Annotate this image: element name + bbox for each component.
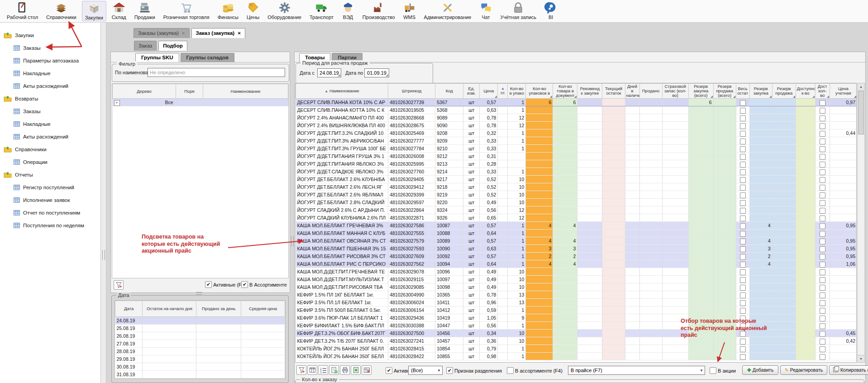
date-to-input[interactable]: 01.09.19 xyxy=(364,68,389,77)
row-checkbox[interactable] xyxy=(820,277,825,283)
toolbar-item[interactable]: BI xyxy=(544,1,557,20)
column-header[interactable]: Поря xyxy=(176,84,203,99)
panel-splitter-grip[interactable] xyxy=(291,236,294,246)
toolbar-item[interactable]: Закупки xyxy=(82,1,106,21)
expand-icon[interactable]: + xyxy=(114,100,120,106)
product-row[interactable]: ЙОГУРТ Д/ДЕТ.ПИТАНИЯ ЯБЛОКО 3%4810263025… xyxy=(296,160,857,168)
excel-icon[interactable] xyxy=(351,365,361,375)
row-checkbox[interactable] xyxy=(820,169,825,175)
product-row[interactable]: ЙОГУРТ ДЕТ.БЕЛЛАКТ 2.6% ЯБЛ/МАЛ481026302… xyxy=(296,191,857,199)
row-checkbox[interactable] xyxy=(820,331,825,337)
product-row[interactable]: ДЕСЕРТ СЛИВ.ПАННА КОТА 10% С АР481026302… xyxy=(296,99,857,106)
date-row[interactable]: 29.08.19 xyxy=(115,355,285,363)
row-checkbox[interactable] xyxy=(820,308,825,314)
row-checkbox[interactable] xyxy=(820,346,825,352)
in-assortment-checkbox[interactable] xyxy=(241,281,248,288)
row-checkbox[interactable] xyxy=(740,146,746,152)
date-row[interactable]: 26.08.19 xyxy=(115,332,285,340)
sidebar-item[interactable]: Акты расхождений xyxy=(0,130,100,143)
product-row[interactable]: КАША МОЛ.Д/ДЕТ.ПИТ.МУЛЬТИЗЛАК.Т481026302… xyxy=(296,276,857,283)
row-checkbox[interactable] xyxy=(740,100,746,106)
row-checkbox[interactable] xyxy=(740,354,746,360)
column-header[interactable]: Резерв закупка (всего) xyxy=(688,84,713,99)
row-checkbox[interactable] xyxy=(740,254,746,260)
column-header[interactable]: Весь остат xyxy=(736,84,749,99)
row-checkbox[interactable] xyxy=(820,139,825,144)
row-checkbox[interactable] xyxy=(820,246,825,252)
row-checkbox[interactable] xyxy=(740,185,746,191)
row-checkbox[interactable] xyxy=(740,162,746,168)
active-f5-checkbox[interactable] xyxy=(205,281,212,288)
sidebar-item[interactable]: Справочники xyxy=(0,143,100,156)
column-header[interactable]: Текущий остаток xyxy=(602,84,625,99)
sidebar-item[interactable]: Накладные xyxy=(0,67,100,80)
product-row[interactable]: ЙОГУРТ 2.4% АНАНАС/МАНГО ПЛ 400481026302… xyxy=(296,114,857,122)
column-header[interactable]: Страховой запас (кол-во) xyxy=(662,84,688,99)
split-flag-checkbox[interactable] xyxy=(446,367,453,374)
columns-icon[interactable] xyxy=(307,365,317,375)
sidebar-item[interactable]: Поступления по неделям xyxy=(0,219,100,232)
product-row[interactable]: ЙОГУРТ Д/ДЕТ.ПИТ.3% ГРУША 100Г БЕ4810263… xyxy=(296,145,857,153)
toolbar-item[interactable]: Учётная запись xyxy=(501,1,537,20)
column-header[interactable]: Дней в наличи xyxy=(625,84,639,99)
row-checkbox[interactable] xyxy=(740,192,746,198)
row-checkbox[interactable] xyxy=(740,277,746,283)
sidebar-item[interactable]: Заказы xyxy=(0,42,100,54)
product-row[interactable]: КАША МОЛ.Д/ДЕТ.ПИТ.ГРЕЧНЕВАЯ ТЕ481026302… xyxy=(296,268,857,276)
filter-plus-icon[interactable] xyxy=(296,365,306,375)
edit-button[interactable]: ✎Редактировать xyxy=(780,365,827,375)
print-icon[interactable] xyxy=(340,365,350,375)
sidebar-item[interactable]: Заказы xyxy=(0,105,100,118)
filter-plus-icon[interactable] xyxy=(114,280,124,290)
product-row[interactable]: ЙОГУРТ Д/ДЕТ.ПИТАНИЯ ГРУША 3% 1481026302… xyxy=(296,153,857,160)
row-checkbox[interactable] xyxy=(820,285,825,291)
row-checkbox[interactable] xyxy=(740,246,746,252)
row-checkbox[interactable] xyxy=(820,192,825,198)
toolbar-item[interactable]: Транспорт xyxy=(310,1,334,20)
row-checkbox[interactable] xyxy=(820,339,825,345)
sidebar-item[interactable]: Закупки xyxy=(0,29,100,42)
row-checkbox[interactable] xyxy=(740,108,746,114)
row-checkbox[interactable] xyxy=(740,285,746,291)
toolbar-item[interactable]: Финансы xyxy=(218,1,238,20)
column-header[interactable]: Резерв закупка xyxy=(749,84,772,99)
row-checkbox[interactable] xyxy=(740,123,746,129)
toolbar-item[interactable]: Чат xyxy=(480,1,492,20)
row-checkbox[interactable] xyxy=(820,262,825,268)
row-checkbox[interactable] xyxy=(820,162,825,168)
sidebar-item[interactable]: Исполнение заявок xyxy=(0,194,100,206)
close-icon[interactable]: × xyxy=(182,30,185,36)
product-row[interactable]: ЙОГУРТ СЛАДКИЙ КЛУБНИКА 2.6% ПЛ481026302… xyxy=(296,214,857,222)
row-checkbox[interactable] xyxy=(820,200,825,206)
sidebar-item[interactable]: Регистр поступлений xyxy=(0,181,100,194)
date-row[interactable]: 30.08.19 xyxy=(115,363,285,371)
toolbar-item[interactable]: ВЭД xyxy=(342,1,354,20)
column-header[interactable]: Дата xyxy=(115,301,143,317)
toolbar-item[interactable]: Оборудование xyxy=(267,1,301,20)
column-header[interactable]: Кол-во в упако xyxy=(508,84,526,99)
row-checkbox[interactable] xyxy=(740,231,746,237)
row-checkbox[interactable] xyxy=(820,177,825,183)
sidebar-item[interactable]: Отчеты xyxy=(0,168,100,181)
product-row[interactable]: КЕФИР 1.5% ПЛ 1КГ БЕЛЛАКТ 1кг.4810263004… xyxy=(296,291,857,299)
sidebar-item[interactable]: Накладные xyxy=(0,118,100,130)
product-row[interactable]: ЙОГУРТ Д/ДЕТ.ПИТ.3.2% СЛАДКИЙ 1048102630… xyxy=(296,129,857,137)
sidebar-item[interactable]: Акты расхождений xyxy=(0,80,100,92)
remove-table-icon[interactable] xyxy=(362,365,372,375)
row-checkbox[interactable] xyxy=(820,239,825,244)
column-header[interactable]: Наименование xyxy=(203,84,288,99)
sku-panel-tab[interactable]: Группы складов xyxy=(181,53,235,62)
column-header[interactable]: Цена xyxy=(480,84,498,99)
row-checkbox[interactable] xyxy=(820,154,825,160)
row-checkbox[interactable] xyxy=(820,231,825,237)
add-button[interactable]: ✚Добавить xyxy=(742,365,778,375)
column-header[interactable]: Цена учетная xyxy=(830,84,857,99)
column-header[interactable]: Дерево xyxy=(113,84,176,99)
horizontal-splitter-grip[interactable] xyxy=(196,292,202,295)
toolbar-item[interactable]: Справочники xyxy=(46,1,76,20)
row-checkbox[interactable] xyxy=(820,123,825,129)
close-icon[interactable]: × xyxy=(238,30,241,36)
row-checkbox[interactable] xyxy=(740,200,746,206)
column-header[interactable]: Кол-во упаковок в xyxy=(526,84,553,99)
column-header[interactable]: Рекоменд к закупке xyxy=(577,84,602,99)
